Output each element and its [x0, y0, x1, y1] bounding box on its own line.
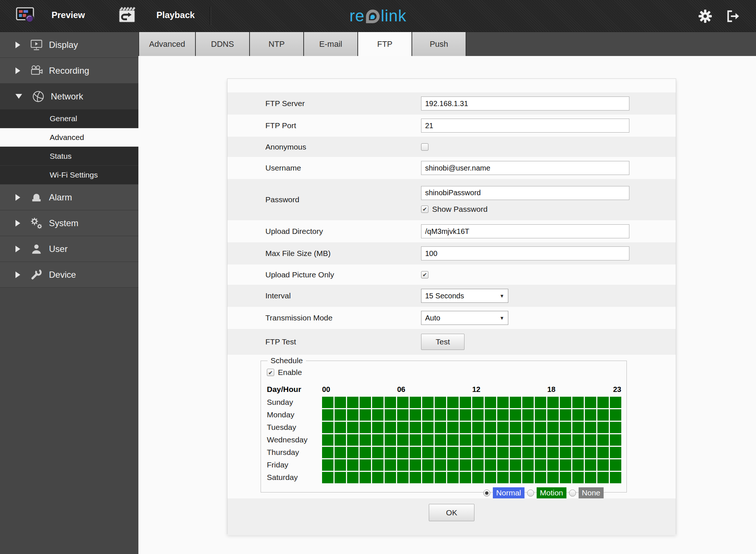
- schedule-cell[interactable]: [335, 409, 346, 421]
- schedule-cell[interactable]: [347, 447, 358, 458]
- schedule-cell[interactable]: [522, 459, 534, 471]
- schedule-cell[interactable]: [360, 434, 371, 446]
- schedule-cell[interactable]: [360, 447, 371, 458]
- schedule-cell[interactable]: [372, 409, 384, 421]
- ok-button[interactable]: OK: [429, 504, 474, 521]
- logout-icon[interactable]: [726, 9, 741, 25]
- schedule-cell[interactable]: [560, 422, 571, 433]
- schedule-cell[interactable]: [597, 434, 609, 446]
- username-input[interactable]: [421, 161, 629, 175]
- schedule-cell[interactable]: [572, 397, 584, 408]
- sidebar-item-user[interactable]: User: [0, 236, 138, 262]
- schedule-cell[interactable]: [410, 397, 421, 408]
- schedule-cell[interactable]: [385, 409, 396, 421]
- schedule-cell[interactable]: [547, 409, 559, 421]
- schedule-cell[interactable]: [335, 422, 346, 433]
- schedule-cell[interactable]: [397, 397, 409, 408]
- schedule-cell[interactable]: [322, 422, 333, 433]
- schedule-cell[interactable]: [547, 422, 559, 433]
- schedule-cell[interactable]: [385, 459, 396, 471]
- schedule-cell[interactable]: [385, 472, 396, 483]
- schedule-cell[interactable]: [335, 472, 346, 483]
- schedule-cell[interactable]: [522, 434, 534, 446]
- schedule-cell[interactable]: [322, 434, 333, 446]
- schedule-cell[interactable]: [535, 434, 546, 446]
- playback-icon[interactable]: [117, 7, 137, 25]
- schedule-cell[interactable]: [497, 459, 509, 471]
- schedule-cell[interactable]: [485, 422, 496, 433]
- tab-push[interactable]: Push: [412, 32, 466, 56]
- schedule-mode-badge-normal[interactable]: Normal: [493, 487, 524, 498]
- max-file-size-input[interactable]: [421, 246, 629, 260]
- schedule-mode-badge-motion[interactable]: Motion: [537, 487, 566, 498]
- schedule-cell[interactable]: [497, 397, 509, 408]
- schedule-cell[interactable]: [372, 459, 384, 471]
- schedule-cell[interactable]: [460, 472, 471, 483]
- schedule-cell[interactable]: [435, 397, 446, 408]
- schedule-cell[interactable]: [522, 472, 534, 483]
- schedule-cell[interactable]: [460, 459, 471, 471]
- schedule-cell[interactable]: [560, 397, 571, 408]
- ftp-port-input[interactable]: [421, 119, 629, 133]
- interval-select[interactable]: 15 Seconds▼: [421, 289, 508, 303]
- schedule-cell[interactable]: [410, 434, 421, 446]
- schedule-cell[interactable]: [322, 409, 333, 421]
- schedule-cell[interactable]: [347, 397, 358, 408]
- schedule-cell[interactable]: [510, 397, 521, 408]
- schedule-cell[interactable]: [522, 447, 534, 458]
- schedule-cell[interactable]: [472, 472, 484, 483]
- schedule-cell[interactable]: [510, 447, 521, 458]
- sidebar-subitem-status[interactable]: Status: [0, 147, 138, 166]
- schedule-cell[interactable]: [597, 447, 609, 458]
- schedule-cell[interactable]: [410, 447, 421, 458]
- schedule-cell[interactable]: [422, 422, 434, 433]
- schedule-cell[interactable]: [385, 422, 396, 433]
- schedule-cell[interactable]: [610, 434, 621, 446]
- schedule-cell[interactable]: [447, 422, 459, 433]
- schedule-cell[interactable]: [397, 459, 409, 471]
- show-password-checkbox[interactable]: [421, 206, 428, 213]
- schedule-cell[interactable]: [485, 434, 496, 446]
- schedule-cell[interactable]: [572, 409, 584, 421]
- schedule-mode-radio-none[interactable]: [569, 490, 576, 497]
- schedule-cell[interactable]: [585, 472, 596, 483]
- schedule-cell[interactable]: [597, 422, 609, 433]
- schedule-cell[interactable]: [535, 447, 546, 458]
- schedule-cell[interactable]: [597, 397, 609, 408]
- sidebar-subitem-wi-fi-settings[interactable]: Wi-Fi Settings: [0, 166, 138, 185]
- schedule-cell[interactable]: [447, 397, 459, 408]
- schedule-cell[interactable]: [485, 472, 496, 483]
- schedule-cell[interactable]: [560, 459, 571, 471]
- schedule-cell[interactable]: [547, 459, 559, 471]
- schedule-cell[interactable]: [597, 459, 609, 471]
- preview-tab[interactable]: Preview: [52, 10, 85, 20]
- schedule-cell[interactable]: [397, 447, 409, 458]
- transmission-mode-select[interactable]: Auto▼: [421, 311, 508, 325]
- schedule-cell[interactable]: [447, 459, 459, 471]
- schedule-cell[interactable]: [447, 409, 459, 421]
- tab-ntp[interactable]: NTP: [250, 32, 304, 56]
- schedule-cell[interactable]: [585, 422, 596, 433]
- ftp-test-button[interactable]: Test: [421, 334, 464, 350]
- schedule-cell[interactable]: [485, 397, 496, 408]
- schedule-cell[interactable]: [410, 472, 421, 483]
- sidebar-item-display[interactable]: Display: [0, 32, 138, 58]
- schedule-cell[interactable]: [510, 472, 521, 483]
- schedule-cell[interactable]: [422, 434, 434, 446]
- sidebar-item-system[interactable]: System: [0, 210, 138, 236]
- schedule-cell[interactable]: [472, 422, 484, 433]
- schedule-cell[interactable]: [435, 422, 446, 433]
- schedule-cell[interactable]: [435, 434, 446, 446]
- schedule-cell[interactable]: [610, 422, 621, 433]
- ftp-server-input[interactable]: [421, 97, 629, 111]
- schedule-cell[interactable]: [610, 472, 621, 483]
- schedule-cell[interactable]: [522, 397, 534, 408]
- sidebar-item-network[interactable]: Network: [0, 84, 138, 109]
- schedule-cell[interactable]: [372, 434, 384, 446]
- schedule-cell[interactable]: [497, 409, 509, 421]
- schedule-cell[interactable]: [397, 434, 409, 446]
- schedule-cell[interactable]: [522, 409, 534, 421]
- schedule-cell[interactable]: [472, 459, 484, 471]
- schedule-cell[interactable]: [335, 397, 346, 408]
- schedule-cell[interactable]: [510, 434, 521, 446]
